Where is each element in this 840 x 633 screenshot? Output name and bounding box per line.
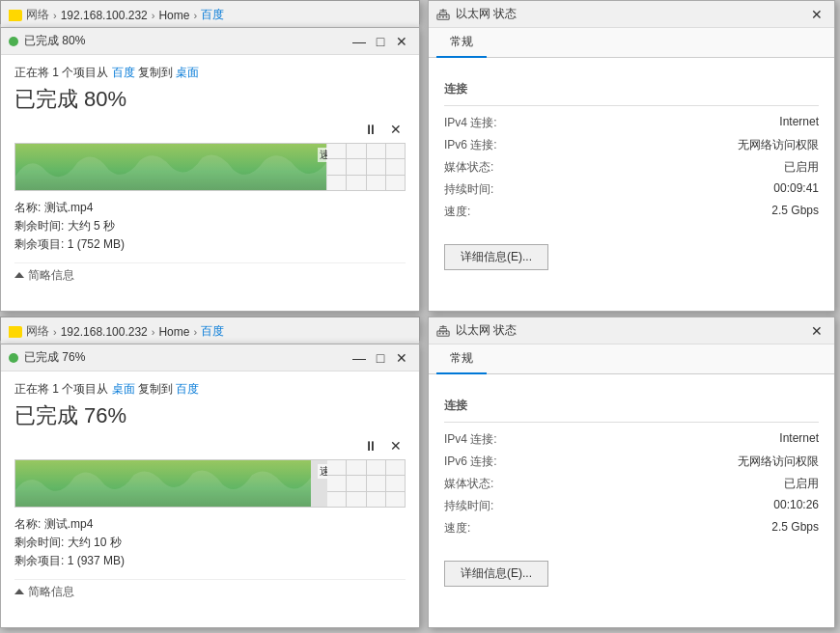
bottom-from-link[interactable]: 桌面: [112, 382, 135, 396]
top-transfer-window: 已完成 80% — □ ✕ 正在将 1 个项目从 百度 复制到 桌面 已完成 8…: [0, 27, 420, 312]
top-info-value-2: 已启用: [784, 159, 819, 176]
top-info-value-4: 2.5 Gbps: [771, 204, 819, 220]
arrow3: ›: [193, 10, 197, 21]
top-ethernet-title: 以太网 状态: [456, 6, 805, 22]
bottom-maximize-btn[interactable]: □: [371, 348, 390, 368]
top-ethernet-icon: [436, 8, 450, 21]
top-transfer-title: 已完成 80%: [24, 33, 348, 49]
bottom-folder-icon: [9, 326, 22, 338]
bottom-remaining-time: 剩余时间: 大约 10 秒: [14, 534, 406, 552]
bottom-controls: ⏸ ✕: [14, 436, 406, 455]
top-pause-btn[interactable]: ⏸: [361, 120, 380, 139]
bottom-remaining-items: 剩余项目: 1 (937 MB): [14, 552, 406, 570]
top-maximize-btn[interactable]: □: [371, 32, 390, 51]
arrow2: ›: [152, 10, 155, 21]
top-progress-fill: [15, 144, 326, 190]
top-section-connection: 连接: [444, 81, 819, 97]
arrow1: ›: [53, 10, 57, 21]
bottom-pause-btn[interactable]: ⏸: [361, 436, 380, 455]
bottom-info-label-4: 速度:: [444, 520, 512, 537]
svg-rect-13: [446, 332, 448, 334]
top-summary-label: 简略信息: [28, 267, 74, 284]
top-chevron-up-icon: [14, 272, 24, 278]
top-minimize-btn[interactable]: —: [350, 32, 369, 51]
top-ethernet-titlebar: 以太网 状态 ✕: [429, 1, 834, 28]
bottom-close-btn[interactable]: ✕: [392, 348, 411, 368]
bottom-green-dot: [9, 353, 18, 363]
top-info-row-3: 持续时间:00:09:41: [444, 179, 819, 201]
bottom-transfer-window: 已完成 76% — □ ✕ 正在将 1 个项目从 桌面 复制到 百度 已完成 7…: [0, 344, 420, 628]
top-tab-general[interactable]: 常规: [436, 28, 487, 58]
top-ethernet-close-btn[interactable]: ✕: [807, 5, 826, 24]
folder-icon: [9, 10, 22, 21]
bottom-info-row-0: IPv4 连接:Internet: [444, 428, 819, 451]
bottom-explorer-titlebar: 网络 › 192.168.100.232 › Home › 百度: [1, 317, 419, 346]
top-transfer-info: 名称: 测试.mp4 剩余时间: 大约 5 秒 剩余项目: 1 (752 MB): [14, 199, 406, 255]
bottom-ethernet-icon: [436, 324, 450, 338]
bottom-info-label-3: 持续时间:: [444, 498, 512, 514]
top-status-line: 正在将 1 个项目从 百度 复制到 桌面: [14, 65, 406, 81]
svg-rect-5: [442, 15, 444, 17]
bottom-breadcrumb-network: 网络: [26, 323, 49, 340]
bottom-minimize-btn[interactable]: —: [350, 348, 369, 368]
bottom-breadcrumb-baidu: 百度: [201, 323, 224, 340]
top-cancel-btn[interactable]: ✕: [386, 120, 406, 139]
top-to-link[interactable]: 桌面: [176, 66, 199, 79]
breadcrumb-home: Home: [158, 9, 189, 22]
top-info-label-1: IPv6 连接:: [444, 137, 512, 153]
bottom-arrow1: ›: [53, 326, 57, 338]
breadcrumb-baidu: 百度: [201, 7, 224, 23]
bottom-info-row-2: 媒体状态:已启用: [444, 473, 819, 495]
top-summary-toggle[interactable]: 简略信息: [14, 262, 406, 288]
top-transfer-titlebar: 已完成 80% — □ ✕: [1, 28, 419, 55]
bottom-summary-toggle[interactable]: 简略信息: [14, 579, 406, 604]
top-progress-bar: 速度: 206 MB/秒: [14, 143, 406, 191]
bottom-divider: [444, 422, 819, 423]
top-details-btn[interactable]: 详细信息(E)...: [444, 244, 548, 270]
top-info-row-1: IPv6 连接:无网络访问权限: [444, 134, 819, 156]
bottom-cancel-btn[interactable]: ✕: [386, 436, 406, 455]
bottom-info-rows: IPv4 连接:InternetIPv6 连接:无网络访问权限媒体状态:已启用持…: [444, 428, 819, 539]
bottom-explorer-window: 网络 › 192.168.100.232 › Home › 百度: [0, 316, 420, 341]
bottom-info-value-1: 无网络访问权限: [738, 454, 819, 470]
bottom-breadcrumb-ip: 192.168.100.232: [61, 325, 148, 339]
svg-rect-12: [442, 332, 444, 334]
top-info-row-0: IPv4 连接:Internet: [444, 112, 819, 134]
bottom-ethernet-body: 连接 IPv4 连接:InternetIPv6 连接:无网络访问权限媒体状态:已…: [429, 374, 834, 596]
top-remaining-items: 剩余项目: 1 (752 MB): [14, 235, 406, 254]
bottom-ethernet-close-btn[interactable]: ✕: [807, 321, 826, 341]
bottom-info-value-3: 00:10:26: [773, 498, 819, 514]
top-divider: [444, 105, 819, 106]
top-info-row-2: 媒体状态:已启用: [444, 156, 819, 179]
top-from-link[interactable]: 百度: [112, 66, 135, 79]
bottom-transfer-info: 名称: 测试.mp4 剩余时间: 大约 10 秒 剩余项目: 1 (937 MB…: [14, 515, 406, 571]
bottom-info-label-0: IPv4 连接:: [444, 431, 512, 448]
bottom-to-link[interactable]: 百度: [176, 382, 199, 396]
bottom-summary-label: 简略信息: [28, 584, 74, 600]
svg-rect-4: [439, 15, 441, 17]
svg-rect-11: [439, 332, 441, 334]
top-ethernet-body: 连接 IPv4 连接:InternetIPv6 连接:无网络访问权限媒体状态:已…: [429, 58, 834, 280]
bottom-section-connection: 连接: [444, 398, 819, 414]
bottom-tab-bar: 常规: [429, 344, 834, 374]
top-controls: ⏸ ✕: [14, 120, 406, 139]
top-info-label-3: 持续时间:: [444, 181, 512, 198]
bottom-details-btn[interactable]: 详细信息(E)...: [444, 561, 548, 587]
top-tab-bar: 常规: [429, 28, 834, 58]
top-info-row-4: 速度:2.5 Gbps: [444, 201, 819, 223]
top-info-value-1: 无网络访问权限: [738, 137, 819, 153]
breadcrumb-ip: 192.168.100.232: [61, 9, 148, 22]
bottom-ethernet-title: 以太网 状态: [456, 322, 805, 339]
top-close-btn[interactable]: ✕: [392, 32, 411, 51]
bottom-info-row-4: 速度:2.5 Gbps: [444, 517, 819, 539]
bottom-info-label-1: IPv6 连接:: [444, 454, 512, 470]
bottom-breadcrumb-home: Home: [158, 325, 189, 339]
bottom-info-label-2: 媒体状态:: [444, 476, 512, 492]
top-info-label-2: 媒体状态:: [444, 159, 512, 176]
bottom-transfer-title: 已完成 76%: [24, 349, 348, 366]
top-info-label-4: 速度:: [444, 204, 512, 220]
top-transfer-body: 正在将 1 个项目从 百度 复制到 桌面 已完成 80% ⏸ ✕ 速度: 206…: [1, 55, 419, 297]
top-info-rows: IPv4 连接:InternetIPv6 连接:无网络访问权限媒体状态:已启用持…: [444, 112, 819, 223]
bottom-tab-general[interactable]: 常规: [436, 344, 487, 374]
top-ethernet-window: 以太网 状态 ✕ 常规 连接 IPv4 连接:InternetIPv6 连接:无…: [428, 0, 835, 312]
